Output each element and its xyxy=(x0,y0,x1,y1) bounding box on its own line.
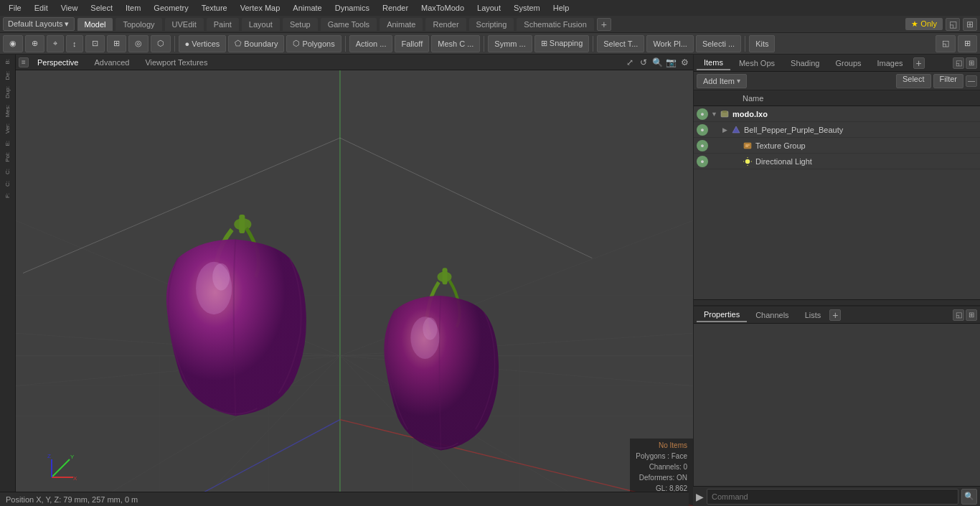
props-tab-properties[interactable]: Properties xyxy=(697,308,747,322)
item-arrow-pepper[interactable]: ▶ xyxy=(722,126,731,133)
vp-tab-advanced[interactable]: Advanced xyxy=(87,57,136,68)
item-row-root[interactable]: ● ▼ modo.lxo xyxy=(694,106,980,122)
items-select-button[interactable]: Select xyxy=(896,74,931,88)
sidebar-dup[interactable]: Dup: xyxy=(3,83,12,101)
layout-dropdown[interactable]: Default Layouts ▾ xyxy=(3,17,75,31)
menu-vertex-map[interactable]: Vertex Map xyxy=(235,2,286,14)
boundary-btn[interactable]: ⬠ Boundary xyxy=(228,35,284,52)
tool-grid[interactable]: ⊞ xyxy=(107,35,126,52)
item-row-texture[interactable]: ● Texture Group xyxy=(694,138,980,154)
menu-geometry[interactable]: Geometry xyxy=(148,2,194,14)
menu-dynamics[interactable]: Dynamics xyxy=(329,2,375,14)
menu-view[interactable]: View xyxy=(55,2,84,14)
item-row-light[interactable]: ● Directional Light xyxy=(694,154,980,169)
menu-select[interactable]: Select xyxy=(85,2,118,14)
tab-topology[interactable]: Topology xyxy=(116,18,161,31)
menu-edit[interactable]: Edit xyxy=(29,2,54,14)
menu-item[interactable]: Item xyxy=(120,2,146,14)
items-list[interactable]: ● ▼ modo.lxo ● ▶ xyxy=(694,106,980,299)
props-tab-add-button[interactable]: + xyxy=(829,309,841,321)
vp-camera-icon[interactable]: 📷 xyxy=(665,57,677,68)
tool-hex[interactable]: ⬡ xyxy=(151,35,171,52)
falloff-btn[interactable]: Falloff xyxy=(395,35,429,52)
tab-model[interactable]: Model xyxy=(77,18,113,31)
layout-grid-icon[interactable]: ⊞ xyxy=(963,18,977,31)
command-search-button[interactable]: 🔍 xyxy=(961,489,977,505)
panel-tab-mesh-ops[interactable]: Mesh Ops xyxy=(732,57,782,70)
menu-texture[interactable]: Texture xyxy=(196,2,233,14)
item-row-pepper[interactable]: ● ▶ Bell_Pepper_Purple_Beauty xyxy=(694,122,980,138)
tab-scripting[interactable]: Scripting xyxy=(469,18,514,31)
selection-btn[interactable]: Selecti ... xyxy=(696,35,741,52)
menu-maxtomodo[interactable]: MaxToModo xyxy=(415,2,470,14)
tab-schematic-fusion[interactable]: Schematic Fusion xyxy=(517,18,593,31)
command-input[interactable] xyxy=(707,489,958,505)
tool-box[interactable]: ⊡ xyxy=(85,35,105,52)
item-eye-pepper[interactable]: ● xyxy=(697,124,708,136)
select-tool-btn[interactable]: Select T... xyxy=(597,35,644,52)
tab-paint[interactable]: Paint xyxy=(207,18,239,31)
viewport[interactable]: ≡ Perspective Advanced Viewport Textures… xyxy=(16,55,693,506)
mesh-btn[interactable]: Mesh C ... xyxy=(431,35,480,52)
toolbar-expand-btn[interactable]: ◱ xyxy=(936,35,956,52)
vertices-btn[interactable]: ● Vertices xyxy=(179,35,227,52)
item-arrow-root[interactable]: ▼ xyxy=(711,111,720,118)
tool-arrows[interactable]: ↕ xyxy=(66,35,83,52)
sidebar-pol[interactable]: Pol: xyxy=(3,149,12,165)
panel-tab-shading[interactable]: Shading xyxy=(783,57,826,70)
sidebar-de[interactable]: De: xyxy=(3,68,12,83)
tool-circle[interactable]: ◉ xyxy=(3,35,23,52)
sidebar-f[interactable]: F: xyxy=(3,190,12,201)
command-arrow[interactable]: ▶ xyxy=(696,491,704,502)
star-only-button[interactable]: ★ Only xyxy=(905,18,943,30)
scene-canvas[interactable]: Y X Z No Items Polygons : Face Channels:… xyxy=(16,70,693,506)
tab-animate[interactable]: Animate xyxy=(380,18,423,31)
vp-settings-icon[interactable]: ⚙ xyxy=(679,57,690,68)
symm-btn[interactable]: Symm ... xyxy=(488,35,532,52)
props-tab-lists[interactable]: Lists xyxy=(798,309,829,322)
props-tab-channels[interactable]: Channels xyxy=(748,309,796,322)
menu-layout[interactable]: Layout xyxy=(471,2,507,14)
menu-file[interactable]: File xyxy=(3,2,27,14)
tab-setup[interactable]: Setup xyxy=(283,18,318,31)
menu-system[interactable]: System xyxy=(508,2,546,14)
vp-zoom-icon[interactable]: 🔍 xyxy=(651,57,663,68)
props-expand-icon[interactable]: ◱ xyxy=(953,309,964,321)
sidebar-c1[interactable]: C: xyxy=(3,166,12,177)
panel-tab-images[interactable]: Images xyxy=(870,57,910,70)
snapping-btn[interactable]: ⊞ Snapping xyxy=(534,35,590,52)
tab-layout[interactable]: Layout xyxy=(242,18,280,31)
sidebar-e[interactable]: E: xyxy=(3,138,12,149)
panel-tab-groups[interactable]: Groups xyxy=(828,57,868,70)
layout-expand-icon[interactable]: ◱ xyxy=(946,18,960,31)
panel-grid-icon[interactable]: ⊞ xyxy=(966,57,977,69)
sidebar-b[interactable]: B: xyxy=(3,56,12,67)
sidebar-ver[interactable]: Ver: xyxy=(3,121,12,136)
tool-ring[interactable]: ◎ xyxy=(128,35,149,52)
panel-expand-icon[interactable]: ◱ xyxy=(953,57,964,69)
items-filter-button[interactable]: Filter xyxy=(933,74,963,88)
vp-tab-perspective[interactable]: Perspective xyxy=(30,57,85,68)
tool-plus[interactable]: ⊕ xyxy=(25,35,44,52)
tab-uvedit[interactable]: UVEdit xyxy=(165,18,204,31)
sidebar-c2[interactable]: C: xyxy=(3,178,12,189)
menu-animate[interactable]: Animate xyxy=(287,2,327,14)
item-eye-root[interactable]: ● xyxy=(697,108,708,120)
tool-crosshair[interactable]: ⌖ xyxy=(47,35,64,52)
tab-render[interactable]: Render xyxy=(425,18,466,31)
vp-tab-textures[interactable]: Viewport Textures xyxy=(138,57,215,68)
props-grid-icon[interactable]: ⊞ xyxy=(966,309,977,321)
item-eye-light[interactable]: ● xyxy=(697,156,708,167)
item-eye-texture[interactable]: ● xyxy=(697,140,708,151)
action-btn[interactable]: Action ... xyxy=(349,35,393,52)
vp-move-icon[interactable]: ⤢ xyxy=(624,57,636,68)
menu-help[interactable]: Help xyxy=(547,2,575,14)
menu-render[interactable]: Render xyxy=(377,2,414,14)
polygons-btn[interactable]: ⬡ Polygons xyxy=(286,35,341,52)
layout-add-button[interactable]: + xyxy=(597,18,611,31)
items-minus-btn[interactable]: — xyxy=(966,75,977,87)
work-plane-btn[interactable]: Work Pl... xyxy=(646,35,693,52)
sidebar-mes[interactable]: Mes: xyxy=(3,102,12,120)
kits-btn[interactable]: Kits xyxy=(749,35,775,52)
toolbar-grid-btn[interactable]: ⊞ xyxy=(958,35,977,52)
